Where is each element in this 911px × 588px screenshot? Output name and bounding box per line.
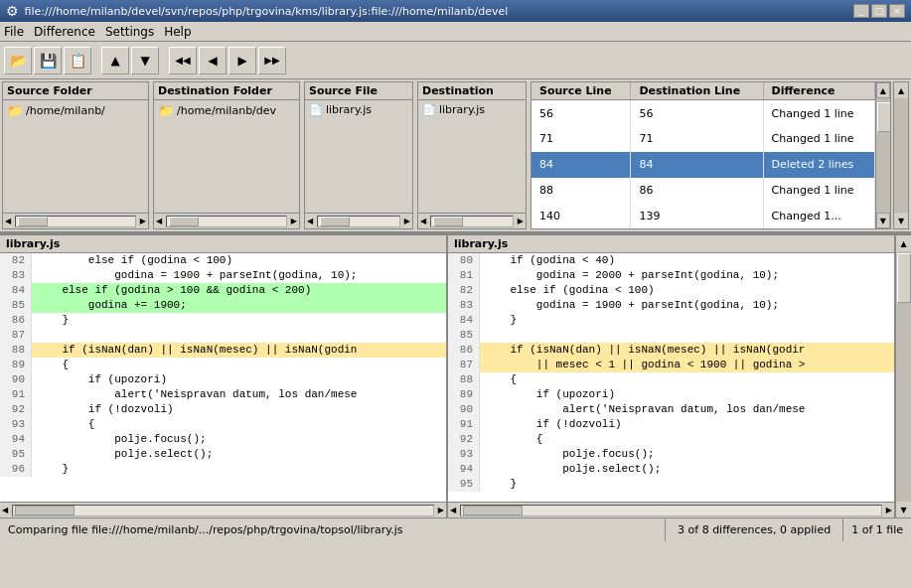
top-panel: Source Folder 📁 /home/milanb/ ◀ ▶ Destin… xyxy=(0,79,911,233)
dest-folder-pane: Destination Folder 📁 /home/milanb/dev ◀ … xyxy=(153,81,300,229)
right-code-content[interactable]: 80 if (godina < 40)81 godina = 2000 + pa… xyxy=(448,253,894,502)
diff-table-row[interactable]: 56 56 Changed 1 line xyxy=(531,100,874,127)
line-code: if (!dozvoli) xyxy=(32,402,174,417)
menu-file[interactable]: File xyxy=(4,25,24,39)
top-scroll-track[interactable] xyxy=(894,98,908,213)
open-button[interactable]: 📂 xyxy=(4,47,32,74)
line-code: alert('Neispravan datum, los dan/mese xyxy=(32,387,357,402)
window-controls: _ □ × xyxy=(853,4,905,18)
line-number: 95 xyxy=(448,477,480,492)
save-button[interactable]: 💾 xyxy=(34,47,62,74)
save-as-button[interactable]: 📋 xyxy=(64,47,91,74)
right-hscrollbar[interactable]: ◀ ▶ xyxy=(448,502,894,517)
code-line: 88 if (isNaN(dan) || isNaN(mesec) || isN… xyxy=(0,343,446,358)
diff-table-row[interactable]: 84 84 Deleted 2 lines xyxy=(531,152,874,178)
dest-file-scrollbar[interactable]: ◀ ▶ xyxy=(418,213,526,228)
line-number: 94 xyxy=(448,462,480,477)
line-number: 82 xyxy=(0,253,32,268)
up-button[interactable]: ▲ xyxy=(101,47,129,74)
code-scroll-up[interactable]: ▲ xyxy=(896,235,911,251)
source-file-content[interactable]: 📄 library.js xyxy=(305,100,412,213)
file-icon: 📄 xyxy=(422,103,436,116)
code-line: 89 { xyxy=(0,358,446,372)
top-scroll-down[interactable]: ▼ xyxy=(894,213,908,228)
maximize-button[interactable]: □ xyxy=(871,4,887,18)
code-line: 93 { xyxy=(0,417,446,432)
right-scroll-left[interactable]: ◀ xyxy=(448,506,458,514)
scrollbar-track[interactable] xyxy=(430,216,514,227)
code-scroll-down[interactable]: ▼ xyxy=(896,502,911,517)
menu-difference[interactable]: Difference xyxy=(34,25,95,39)
scrollbar-track[interactable] xyxy=(317,216,400,227)
scroll-right-icon[interactable]: ▶ xyxy=(402,217,412,225)
close-button[interactable]: × xyxy=(889,4,905,18)
scrollbar-track[interactable] xyxy=(166,216,287,227)
last-diff-button[interactable]: ▶▶ xyxy=(258,47,286,74)
right-scroll-right[interactable]: ▶ xyxy=(884,506,894,514)
diff-src-line: 71 xyxy=(531,126,631,152)
left-hscroll-track[interactable] xyxy=(12,505,434,516)
source-file-item[interactable]: 📄 library.js xyxy=(309,102,408,117)
code-line: 86 } xyxy=(0,313,446,328)
scroll-right-icon[interactable]: ▶ xyxy=(289,217,299,225)
code-line: 83 godina = 1900 + parseInt(godina, 10); xyxy=(448,298,894,313)
menu-help[interactable]: Help xyxy=(164,25,191,39)
line-code: godina = 1900 + parseInt(godina, 10); xyxy=(480,298,779,313)
dest-file-content[interactable]: 📄 library.js xyxy=(418,100,526,213)
left-scroll-right[interactable]: ▶ xyxy=(436,506,446,514)
diff-vscrollbar[interactable]: ▲ ▼ xyxy=(875,82,890,228)
line-code: else if (godina > 100 && godina < 200) xyxy=(32,283,311,298)
line-number: 89 xyxy=(448,387,480,402)
code-line: 80 if (godina < 40) xyxy=(448,253,894,268)
diff-table-row[interactable]: 140 139 Changed 1... xyxy=(531,203,874,228)
line-code: if (isNaN(dan) || isNaN(mesec) || isNaN(… xyxy=(32,343,357,358)
first-diff-button[interactable]: ◀◀ xyxy=(169,47,197,74)
scroll-left-icon[interactable]: ◀ xyxy=(305,217,315,225)
next-button[interactable]: ▶ xyxy=(228,47,256,74)
dest-file-item[interactable]: 📄 library.js xyxy=(422,102,522,117)
code-vscrollbar[interactable]: ▲ ▼ xyxy=(895,235,911,517)
diff-table: Source Line Destination Line Difference … xyxy=(531,82,875,228)
left-scroll-left[interactable]: ◀ xyxy=(0,506,10,514)
diff-table-row[interactable]: 88 86 Changed 1 line xyxy=(531,178,874,204)
scrollbar-track[interactable] xyxy=(876,98,890,213)
code-line: 92 { xyxy=(448,432,894,447)
left-code-content[interactable]: 82 else if (godina < 100)83 godina = 190… xyxy=(0,253,446,502)
dest-folder-item[interactable]: 📁 /home/milanb/dev xyxy=(158,102,295,119)
source-folder-scrollbar[interactable]: ◀ ▶ xyxy=(3,213,148,228)
left-hscrollbar[interactable]: ◀ ▶ xyxy=(0,502,446,517)
diff-dst-line: 56 xyxy=(631,100,763,127)
code-line: 84 else if (godina > 100 && godina < 200… xyxy=(0,283,446,298)
scroll-right-icon[interactable]: ▶ xyxy=(516,217,526,225)
minimize-button[interactable]: _ xyxy=(853,4,869,18)
down-button[interactable]: ▼ xyxy=(131,47,159,74)
scroll-left-icon[interactable]: ◀ xyxy=(154,217,164,225)
code-line: 83 godina = 1900 + parseInt(godina, 10); xyxy=(0,268,446,283)
scroll-up-button[interactable]: ▲ xyxy=(876,82,890,98)
diff-table-row[interactable]: 71 71 Changed 1 line xyxy=(531,126,874,152)
top-panel-vscrollbar[interactable]: ▲ ▼ xyxy=(893,81,909,229)
source-folder-item[interactable]: 📁 /home/milanb/ xyxy=(7,102,144,119)
source-folder-content[interactable]: 📁 /home/milanb/ xyxy=(3,100,148,213)
code-line: 94 polje.focus(); xyxy=(0,432,446,447)
line-number: 92 xyxy=(0,402,32,417)
right-hscroll-track[interactable] xyxy=(460,505,882,516)
scroll-right-icon[interactable]: ▶ xyxy=(138,217,148,225)
line-code xyxy=(32,328,36,343)
source-file-scrollbar[interactable]: ◀ ▶ xyxy=(305,213,412,228)
scroll-left-icon[interactable]: ◀ xyxy=(418,217,428,225)
dest-folder-content[interactable]: 📁 /home/milanb/dev xyxy=(154,100,299,213)
prev-button[interactable]: ◀ xyxy=(199,47,227,74)
top-scroll-up[interactable]: ▲ xyxy=(894,82,908,98)
line-code: } xyxy=(32,313,69,328)
line-number: 86 xyxy=(0,313,32,328)
scrollbar-track[interactable] xyxy=(15,216,136,227)
menu-settings[interactable]: Settings xyxy=(105,25,154,39)
scroll-down-button[interactable]: ▼ xyxy=(876,213,890,228)
code-scroll-track[interactable] xyxy=(896,251,911,502)
line-number: 95 xyxy=(0,447,32,462)
line-number: 83 xyxy=(448,298,480,313)
scroll-left-icon[interactable]: ◀ xyxy=(3,217,13,225)
toolbar: 📂 💾 📋 ▲ ▼ ◀◀ ◀ ▶ ▶▶ xyxy=(0,42,911,79)
dest-folder-scrollbar[interactable]: ◀ ▶ xyxy=(154,213,299,228)
